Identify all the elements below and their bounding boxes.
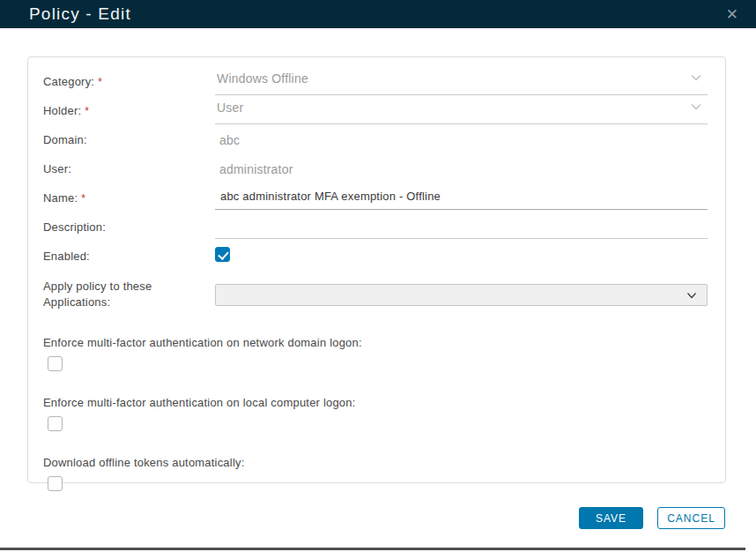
description-label: Description: (43, 220, 215, 234)
name-input[interactable] (215, 186, 708, 210)
applications-label: Apply policy to these Applications: (43, 279, 215, 310)
holder-label: Holder:* (43, 104, 215, 117)
dialog-actions: SAVE CANCEL (579, 507, 725, 529)
user-label: User: (43, 162, 215, 175)
category-row: Category:* Windows Offline (43, 67, 708, 96)
required-marker: * (81, 192, 85, 205)
mfa-local-logon-label: Enforce multi-factor authentication on l… (43, 396, 708, 409)
dialog-title: Policy - Edit (29, 4, 131, 24)
enabled-row: Enabled: (43, 242, 708, 271)
save-button[interactable]: SAVE (579, 507, 643, 529)
user-value: administrator (215, 162, 293, 176)
download-offline-tokens-checkbox[interactable] (48, 476, 63, 491)
name-label: Name:* (43, 191, 215, 205)
chevron-down-icon (690, 101, 702, 113)
description-input[interactable] (215, 215, 708, 239)
category-dropdown[interactable]: Windows Offline (215, 68, 708, 95)
close-icon[interactable]: ✕ (723, 5, 742, 24)
required-marker: * (85, 105, 89, 117)
policy-edit-form-panel: Category:* Windows Offline Holder:* User… (27, 56, 726, 483)
domain-value: abc (215, 133, 240, 147)
enabled-label: Enabled: (43, 250, 215, 263)
domain-row: Domain: abc (43, 125, 708, 154)
name-row: Name:* (43, 183, 708, 213)
mfa-network-logon-checkbox[interactable] (48, 356, 63, 371)
download-offline-tokens-group: Download offline tokens automatically: (43, 456, 708, 495)
category-selected-value: Windows Offline (217, 71, 308, 86)
holder-row: Holder:* User (43, 96, 708, 125)
mfa-network-logon-label: Enforce multi-factor authentication on n… (43, 336, 708, 349)
holder-selected-value: User (217, 101, 243, 115)
domain-label: Domain: (43, 133, 215, 146)
window-bottom-edge (0, 548, 745, 550)
dialog-titlebar: Policy - Edit ✕ (0, 0, 756, 28)
chevron-down-icon (690, 71, 702, 84)
category-label: Category:* (43, 75, 215, 88)
mfa-local-logon-group: Enforce multi-factor authentication on l… (43, 396, 708, 435)
applications-select[interactable] (215, 284, 708, 306)
holder-dropdown[interactable]: User (215, 97, 708, 124)
cancel-button[interactable]: CANCEL (657, 507, 725, 529)
download-offline-tokens-label: Download offline tokens automatically: (43, 456, 708, 469)
required-marker: * (98, 76, 102, 88)
applications-row: Apply policy to these Applications: (43, 275, 708, 314)
user-row: User: administrator (43, 154, 708, 183)
applications-selected-value (216, 288, 223, 302)
mfa-network-logon-group: Enforce multi-factor authentication on n… (43, 336, 708, 375)
mfa-local-logon-checkbox[interactable] (48, 416, 63, 431)
chevron-down-icon (686, 289, 698, 302)
enabled-checkbox[interactable] (215, 247, 230, 262)
description-row: Description: (43, 213, 708, 242)
